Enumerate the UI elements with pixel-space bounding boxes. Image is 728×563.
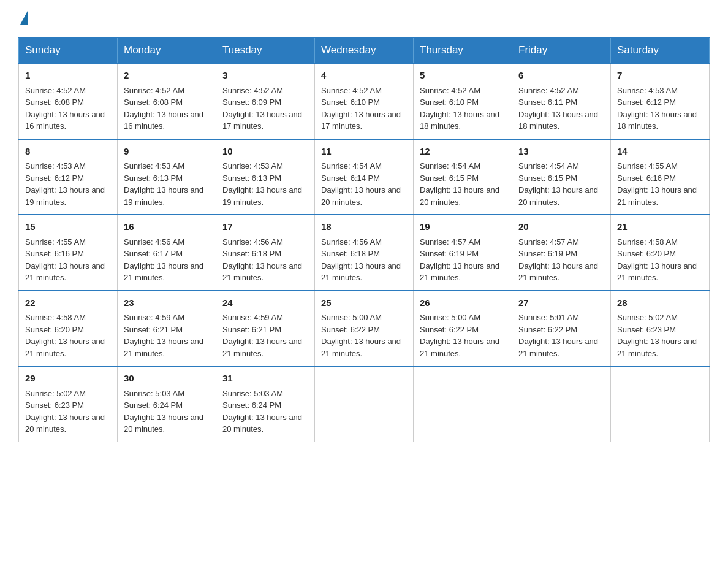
day-info: Sunrise: 4:57 AMSunset: 6:19 PMDaylight:… [420,237,499,283]
calendar-cell: 3 Sunrise: 4:52 AMSunset: 6:09 PMDayligh… [216,63,315,139]
day-info: Sunrise: 5:01 AMSunset: 6:22 PMDaylight:… [518,313,598,358]
calendar-cell: 9 Sunrise: 4:53 AMSunset: 6:13 PMDayligh… [118,139,216,215]
day-number: 7 [617,69,703,83]
day-number: 4 [321,69,407,83]
calendar-cell: 16 Sunrise: 4:56 AMSunset: 6:17 PMDaylig… [118,215,216,291]
day-number: 12 [420,145,506,159]
day-info: Sunrise: 4:56 AMSunset: 6:18 PMDaylight:… [321,237,401,283]
calendar-cell: 12 Sunrise: 4:54 AMSunset: 6:15 PMDaylig… [414,139,512,215]
calendar-cell: 19 Sunrise: 4:57 AMSunset: 6:19 PMDaylig… [414,215,512,291]
calendar-cell [512,366,611,442]
day-info: Sunrise: 5:00 AMSunset: 6:22 PMDaylight:… [321,313,401,358]
day-info: Sunrise: 4:52 AMSunset: 6:11 PMDaylight:… [518,86,598,131]
day-info: Sunrise: 4:52 AMSunset: 6:10 PMDaylight:… [420,86,499,131]
day-info: Sunrise: 5:02 AMSunset: 6:23 PMDaylight:… [617,313,697,358]
calendar-cell: 14 Sunrise: 4:55 AMSunset: 6:16 PMDaylig… [611,139,710,215]
day-info: Sunrise: 4:53 AMSunset: 6:12 PMDaylight:… [617,86,697,131]
day-info: Sunrise: 4:56 AMSunset: 6:17 PMDaylight:… [124,237,203,283]
day-info: Sunrise: 4:56 AMSunset: 6:18 PMDaylight:… [222,237,302,283]
day-number: 5 [420,69,506,83]
calendar-cell: 11 Sunrise: 4:54 AMSunset: 6:14 PMDaylig… [315,139,414,215]
day-info: Sunrise: 4:54 AMSunset: 6:14 PMDaylight:… [321,161,401,207]
column-header-sunday: Sunday [19,37,118,63]
calendar-cell: 23 Sunrise: 4:59 AMSunset: 6:21 PMDaylig… [118,291,216,367]
day-info: Sunrise: 4:52 AMSunset: 6:08 PMDaylight:… [25,86,105,131]
calendar-week-row: 29 Sunrise: 5:02 AMSunset: 6:23 PMDaylig… [19,366,710,442]
calendar-header-row: SundayMondayTuesdayWednesdayThursdayFrid… [19,37,710,63]
column-header-monday: Monday [118,37,216,63]
column-header-friday: Friday [512,37,611,63]
day-info: Sunrise: 4:54 AMSunset: 6:15 PMDaylight:… [518,161,598,207]
day-info: Sunrise: 4:58 AMSunset: 6:20 PMDaylight:… [25,313,105,358]
day-number: 28 [617,296,703,310]
day-number: 3 [222,69,308,83]
calendar-table: SundayMondayTuesdayWednesdayThursdayFrid… [18,37,710,442]
day-number: 31 [222,372,308,386]
column-header-tuesday: Tuesday [216,37,315,63]
day-number: 21 [617,220,703,234]
calendar-cell: 24 Sunrise: 4:59 AMSunset: 6:21 PMDaylig… [216,291,315,367]
calendar-cell [315,366,414,442]
calendar-cell: 8 Sunrise: 4:53 AMSunset: 6:12 PMDayligh… [19,139,118,215]
day-info: Sunrise: 4:55 AMSunset: 6:16 PMDaylight:… [617,161,697,207]
day-info: Sunrise: 5:02 AMSunset: 6:23 PMDaylight:… [25,389,105,434]
column-header-thursday: Thursday [414,37,512,63]
logo-triangle-icon [20,11,28,25]
calendar-cell: 30 Sunrise: 5:03 AMSunset: 6:24 PMDaylig… [118,366,216,442]
day-info: Sunrise: 4:53 AMSunset: 6:12 PMDaylight:… [25,161,105,207]
calendar-cell [414,366,512,442]
day-info: Sunrise: 5:00 AMSunset: 6:22 PMDaylight:… [420,313,499,358]
day-number: 23 [124,296,210,310]
calendar-week-row: 8 Sunrise: 4:53 AMSunset: 6:12 PMDayligh… [19,139,710,215]
calendar-cell: 21 Sunrise: 4:58 AMSunset: 6:20 PMDaylig… [611,215,710,291]
day-number: 9 [124,145,210,159]
calendar-cell: 13 Sunrise: 4:54 AMSunset: 6:15 PMDaylig… [512,139,611,215]
day-number: 13 [518,145,604,159]
day-number: 8 [25,145,111,159]
day-info: Sunrise: 4:59 AMSunset: 6:21 PMDaylight:… [222,313,302,358]
day-number: 1 [25,69,111,83]
calendar-cell: 2 Sunrise: 4:52 AMSunset: 6:08 PMDayligh… [118,63,216,139]
calendar-cell: 7 Sunrise: 4:53 AMSunset: 6:12 PMDayligh… [611,63,710,139]
day-number: 30 [124,372,210,386]
day-number: 18 [321,220,407,234]
day-info: Sunrise: 4:57 AMSunset: 6:19 PMDaylight:… [518,237,598,283]
day-number: 10 [222,145,308,159]
calendar-cell: 5 Sunrise: 4:52 AMSunset: 6:10 PMDayligh… [414,63,512,139]
day-info: Sunrise: 4:54 AMSunset: 6:15 PMDaylight:… [420,161,499,207]
day-info: Sunrise: 4:52 AMSunset: 6:09 PMDaylight:… [222,86,302,131]
calendar-cell [611,366,710,442]
day-info: Sunrise: 5:03 AMSunset: 6:24 PMDaylight:… [124,389,203,434]
calendar-cell: 26 Sunrise: 5:00 AMSunset: 6:22 PMDaylig… [414,291,512,367]
day-number: 11 [321,145,407,159]
day-number: 29 [25,372,111,386]
day-number: 19 [420,220,506,234]
calendar-cell: 22 Sunrise: 4:58 AMSunset: 6:20 PMDaylig… [19,291,118,367]
day-info: Sunrise: 4:55 AMSunset: 6:16 PMDaylight:… [25,237,105,283]
calendar-week-row: 1 Sunrise: 4:52 AMSunset: 6:08 PMDayligh… [19,63,710,139]
day-info: Sunrise: 4:53 AMSunset: 6:13 PMDaylight:… [124,161,203,207]
day-number: 14 [617,145,703,159]
day-info: Sunrise: 4:58 AMSunset: 6:20 PMDaylight:… [617,237,697,283]
day-info: Sunrise: 4:52 AMSunset: 6:10 PMDaylight:… [321,86,401,131]
column-header-saturday: Saturday [611,37,710,63]
day-number: 16 [124,220,210,234]
calendar-cell: 6 Sunrise: 4:52 AMSunset: 6:11 PMDayligh… [512,63,611,139]
logo [18,12,28,26]
calendar-cell: 20 Sunrise: 4:57 AMSunset: 6:19 PMDaylig… [512,215,611,291]
day-number: 27 [518,296,604,310]
day-info: Sunrise: 4:59 AMSunset: 6:21 PMDaylight:… [124,313,203,358]
day-info: Sunrise: 4:52 AMSunset: 6:08 PMDaylight:… [124,86,203,131]
calendar-cell: 1 Sunrise: 4:52 AMSunset: 6:08 PMDayligh… [19,63,118,139]
calendar-cell: 31 Sunrise: 5:03 AMSunset: 6:24 PMDaylig… [216,366,315,442]
day-number: 2 [124,69,210,83]
calendar-cell: 27 Sunrise: 5:01 AMSunset: 6:22 PMDaylig… [512,291,611,367]
day-number: 22 [25,296,111,310]
day-number: 24 [222,296,308,310]
calendar-cell: 15 Sunrise: 4:55 AMSunset: 6:16 PMDaylig… [19,215,118,291]
column-header-wednesday: Wednesday [315,37,414,63]
day-number: 26 [420,296,506,310]
calendar-cell: 18 Sunrise: 4:56 AMSunset: 6:18 PMDaylig… [315,215,414,291]
day-info: Sunrise: 4:53 AMSunset: 6:13 PMDaylight:… [222,161,302,207]
calendar-cell: 28 Sunrise: 5:02 AMSunset: 6:23 PMDaylig… [611,291,710,367]
